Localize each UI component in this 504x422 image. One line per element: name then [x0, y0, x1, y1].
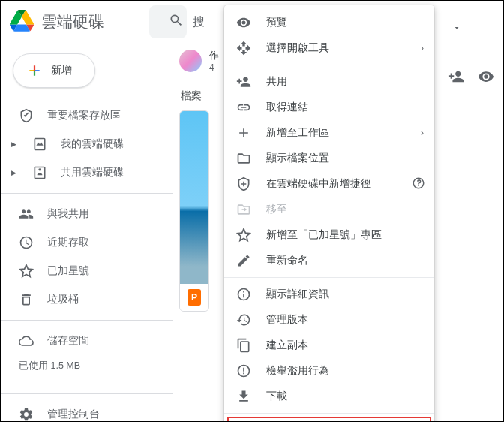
menu-divider: [224, 65, 434, 65]
author-meta: 4: [209, 62, 219, 73]
file-thumbnail: [180, 111, 208, 284]
sidebar-item-storage[interactable]: 儲存空間: [1, 327, 173, 355]
menu-label: 檢舉濫用行為: [266, 364, 329, 378]
search-bar[interactable]: 搜: [149, 5, 187, 38]
menu-label: 選擇開啟工具: [266, 41, 329, 55]
cloud-icon: [19, 333, 34, 348]
menu-label: 取得連結: [266, 101, 308, 114]
menu-label: 新增至工作區: [266, 126, 329, 140]
menu-add-to-starred[interactable]: 新增至「已加星號」專區: [224, 222, 434, 248]
expand-triangle-icon[interactable]: ▶: [11, 140, 19, 148]
file-card[interactable]: P: [179, 110, 209, 312]
search-text-partial: 搜: [193, 14, 205, 30]
menu-move-to-trash: 移至垃圾桶: [224, 417, 434, 422]
chevron-right-icon: ›: [421, 43, 424, 53]
menu-details[interactable]: 顯示詳細資訊: [224, 282, 434, 307]
sidebar-item-trash[interactable]: 垃圾桶: [1, 285, 173, 314]
open-with-icon: [236, 41, 251, 56]
menu-open-with[interactable]: 選擇開啟工具 ›: [224, 35, 434, 61]
folder-icon: [236, 151, 251, 166]
menu-add-to-workspace[interactable]: 新增至工作區 ›: [224, 120, 434, 146]
menu-divider: [224, 413, 434, 414]
menu-preview[interactable]: 預覽: [224, 10, 434, 35]
storage-used-text: 已使用 1.5 MB: [1, 360, 173, 372]
menu-label: 新增至「已加星號」專區: [266, 228, 382, 242]
sidebar-item-priority[interactable]: 重要檔案存放區: [1, 101, 173, 130]
search-options-dropdown[interactable]: [445, 16, 469, 40]
clock-icon: [19, 235, 34, 250]
star-outline-icon: [236, 228, 251, 243]
sidebar-divider: [1, 193, 173, 194]
menu-share[interactable]: 共用: [224, 69, 434, 95]
help-icon[interactable]: [412, 176, 425, 192]
sidebar-item-shared-with-me[interactable]: 與我共用: [1, 200, 173, 228]
menu-add-shortcut[interactable]: 在雲端硬碟中新增捷徑: [224, 171, 434, 197]
drive-logo-icon: [10, 10, 34, 34]
sidebar-item-recent[interactable]: 近期存取: [1, 228, 173, 257]
menu-label: 顯示檔案位置: [266, 152, 329, 165]
menu-label: 重新命名: [266, 254, 308, 267]
menu-rename[interactable]: 重新命名: [224, 248, 434, 273]
sidebar: 新增 重要檔案存放區 ▶ 我的雲端硬碟 ▶ 共用雲端硬碟 與我共用 近期存取 已…: [1, 43, 173, 421]
menu-label: 共用: [266, 75, 287, 89]
menu-report-abuse[interactable]: 檢舉濫用行為: [224, 358, 434, 384]
gear-icon: [19, 407, 34, 422]
shared-drive-icon: [32, 165, 47, 180]
sidebar-item-my-drive[interactable]: ▶ 我的雲端硬碟: [1, 130, 173, 158]
menu-label: 下載: [266, 390, 287, 403]
sidebar-item-admin-console[interactable]: 管理控制台: [1, 400, 173, 422]
search-icon: [169, 13, 184, 31]
link-icon: [236, 100, 251, 115]
star-icon: [19, 264, 34, 279]
menu-make-copy[interactable]: 建立副本: [224, 333, 434, 358]
person-add-icon: [236, 74, 251, 89]
priority-icon: [19, 108, 34, 123]
people-icon: [19, 206, 34, 222]
app-title: 雲端硬碟: [41, 11, 104, 32]
new-button-label: 新增: [51, 64, 72, 77]
sidebar-item-label: 與我共用: [47, 207, 89, 221]
menu-label: 移至: [266, 203, 287, 216]
sidebar-item-label: 管理控制台: [47, 408, 100, 421]
chevron-right-icon: ›: [421, 128, 424, 138]
file-title-bar: P: [180, 284, 208, 311]
trash-icon: [19, 292, 34, 307]
sidebar-item-label: 已加星號: [47, 264, 89, 278]
new-button[interactable]: 新增: [13, 53, 95, 88]
plus-icon: [236, 125, 251, 140]
download-icon: [236, 389, 251, 404]
sidebar-divider: [1, 393, 173, 394]
menu-label: 管理版本: [266, 313, 308, 327]
plus-multicolor-icon: [27, 63, 42, 78]
menu-label: 建立副本: [266, 339, 308, 352]
sidebar-item-label: 我的雲端硬碟: [61, 137, 124, 151]
eye-icon: [236, 15, 251, 30]
menu-label: 預覽: [266, 16, 287, 29]
history-icon: [236, 312, 251, 327]
author-name: 作: [209, 49, 219, 62]
menu-download[interactable]: 下載: [224, 384, 434, 409]
pencil-icon: [236, 253, 251, 268]
sidebar-item-label: 近期存取: [47, 236, 89, 249]
move-to-icon: [236, 202, 251, 217]
my-drive-icon: [32, 137, 47, 152]
report-icon: [236, 363, 251, 378]
sidebar-divider: [1, 320, 173, 321]
sidebar-item-label: 共用雲端硬碟: [61, 166, 124, 179]
powerpoint-badge-icon: P: [188, 289, 201, 306]
copy-icon: [236, 338, 251, 353]
sidebar-item-starred[interactable]: 已加星號: [1, 257, 173, 285]
context-menu: 預覽 選擇開啟工具 › 共用 取得連結 新增至工作區 › 顯示檔案位置 在雲端硬…: [224, 5, 434, 422]
menu-divider: [224, 277, 434, 278]
menu-get-link[interactable]: 取得連結: [224, 95, 434, 120]
sidebar-item-shared-drives[interactable]: ▶ 共用雲端硬碟: [1, 158, 173, 187]
menu-label: 在雲端硬碟中新增捷徑: [266, 177, 371, 191]
sidebar-item-label: 重要檔案存放區: [47, 109, 121, 122]
menu-manage-versions[interactable]: 管理版本: [224, 307, 434, 333]
sidebar-item-label: 垃圾桶: [47, 293, 79, 306]
expand-triangle-icon[interactable]: ▶: [11, 169, 19, 176]
info-icon: [236, 287, 251, 302]
add-shortcut-icon: [236, 176, 251, 191]
menu-show-location[interactable]: 顯示檔案位置: [224, 146, 434, 171]
sidebar-item-label: 儲存空間: [47, 334, 89, 348]
